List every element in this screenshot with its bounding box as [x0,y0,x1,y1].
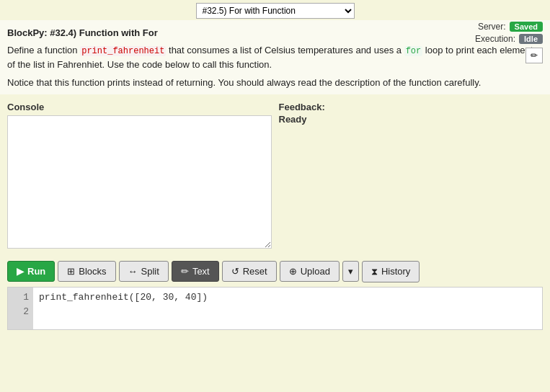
history-button[interactable]: ⧗ History [362,261,420,282]
console-textarea[interactable] [7,115,272,249]
blocks-label: Blocks [79,266,106,277]
line-number-1: 1 [12,290,29,306]
run-button[interactable]: ▶ Run [7,261,55,282]
edit-button[interactable]: ✏ [525,48,543,63]
execution-status-row: Execution: Idle [475,34,543,44]
console-label: Console [7,102,272,112]
toolbar: ▶ Run ⊞ Blocks ↔ Split ✏ Text ↺ Reset ⊕ … [7,257,543,287]
page-wrapper: #32.5) For with Function Server: Saved E… [0,0,550,337]
text-label: Text [192,266,210,277]
line-numbers: 1 2 [8,288,33,329]
upload-button[interactable]: ⊕ Upload [280,261,340,282]
blocks-icon: ⊞ [67,266,75,277]
line-number-2: 2 [12,305,29,320]
text-pencil-icon: ✏ [181,266,189,277]
feedback-panel: Feedback: Ready [279,102,544,251]
split-button[interactable]: ↔ Split [119,261,169,282]
run-label: Run [27,266,45,277]
description-area: BlockPy: #32.4) Function with For Define… [0,20,550,94]
description-paragraph1: Define a function print_fahrenheit that … [7,43,543,72]
blocks-button[interactable]: ⊞ Blocks [58,261,115,282]
desc-p2-text: Notice that this function prints instead… [7,77,481,88]
server-badge: Saved [510,22,543,32]
reset-button[interactable]: ↺ Reset [222,261,277,282]
main-content: Console Feedback: Ready ▶ Run ⊞ Blocks ↔… [0,94,550,337]
console-feedback-row: Console Feedback: Ready [7,102,543,251]
server-label: Server: [478,22,506,32]
problem-select[interactable]: #32.5) For with Function [196,3,355,19]
text-button[interactable]: ✏ Text [172,261,219,282]
inline-function-name: print_fahrenheit [80,46,166,56]
server-status-panel: Server: Saved Execution: Idle ✏ [475,22,543,63]
code-line-1: print_fahrenheit([20, 30, 40]) [39,290,536,306]
problem-title: BlockPy: #32.4) Function with For [7,26,543,40]
code-area: 1 2 print_fahrenheit([20, 30, 40]) [7,287,543,330]
execution-badge: Idle [519,34,543,44]
server-status-row: Server: Saved [478,22,543,32]
title-text: BlockPy: #32.4) Function with For [7,27,158,38]
feedback-value: Ready [279,114,544,125]
reset-icon: ↺ [231,266,239,277]
feedback-label: Feedback: [279,102,325,112]
desc-before: Define a function [7,45,80,55]
dropdown-button[interactable]: ▾ [342,261,359,282]
code-content[interactable]: print_fahrenheit([20, 30, 40]) [33,288,542,329]
reset-label: Reset [243,266,267,277]
console-panel: Console [7,102,272,251]
history-icon: ⧗ [371,266,378,277]
desc-middle: that consumes a list of Celsius temperat… [166,45,404,55]
split-label: Split [141,266,159,277]
split-icon: ↔ [128,266,138,277]
upload-icon: ⊕ [289,266,297,277]
execution-label: Execution: [475,34,515,44]
history-label: History [381,266,410,277]
code-line-2 [39,305,536,320]
inline-keyword-for: for [404,46,423,56]
description-paragraph2: Notice that this function prints instead… [7,76,543,90]
run-play-icon: ▶ [17,266,24,277]
problem-selector-bar: #32.5) For with Function [0,0,550,20]
upload-label: Upload [301,266,330,277]
